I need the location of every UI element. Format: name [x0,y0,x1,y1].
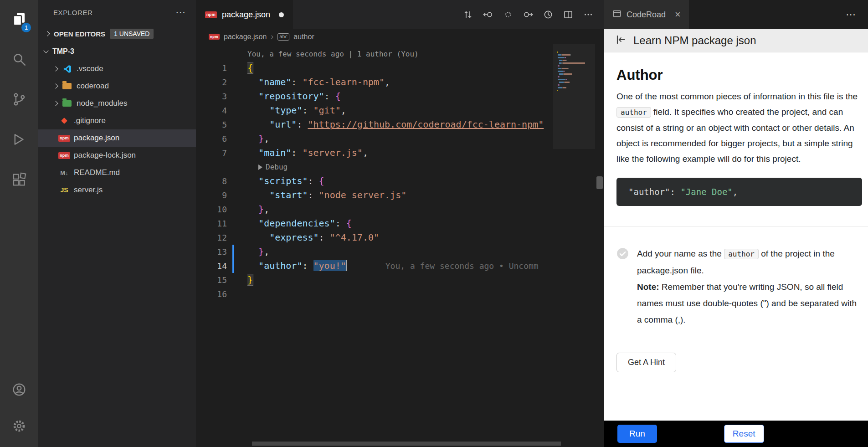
code-line-13[interactable]: 13 }, [196,245,553,259]
code-line-5[interactable]: 5 "url": "https://github.com/coderoad/fc… [196,118,553,132]
codelens[interactable]: Debug [196,160,553,174]
preview-icon [612,9,622,21]
vscode-window: 1 EXPLORER ⋯ OPEN EDITORS 1 UNSAVED TMP-… [0,0,868,447]
code-line-9[interactable]: 9 "start": "node server.js" [196,188,553,202]
file-item-package-lock.json[interactable]: npmpackage-lock.json [38,147,196,164]
minimap[interactable] [553,44,595,447]
code-line-6[interactable]: 6 }, [196,132,553,146]
more-actions-icon[interactable]: ⋯ [846,9,868,21]
line-number: 9 [196,188,227,202]
activity-search[interactable] [0,40,38,80]
nav-back-icon[interactable] [481,7,495,22]
open-editors-label: OPEN EDITORS [54,30,105,38]
code-line-11[interactable]: 11 "dependencies": { [196,216,553,231]
activity-extensions[interactable] [0,160,38,200]
unsaved-dot-icon[interactable] [279,12,284,17]
extensions-icon [11,172,27,189]
more-actions-icon[interactable]: ⋯ [175,6,186,18]
breadcrumb-separator: › [271,32,273,41]
split-editor-icon[interactable] [561,7,575,22]
record-icon[interactable] [501,7,515,22]
task-check-icon [616,247,629,262]
file-name: .vscode [77,64,103,73]
open-editors-section[interactable]: OPEN EDITORS 1 UNSAVED [38,25,196,43]
tab-coderoad[interactable]: CodeRoad × [604,0,689,29]
line-number: 10 [196,202,227,216]
file-item-package.json[interactable]: npmpackage.json [38,129,196,147]
code-line-10[interactable]: 10 }, [196,202,553,216]
account-icon [11,382,27,399]
file-item-coderoad[interactable]: coderoad [38,77,196,95]
activity-bar: 1 [0,0,38,447]
git-icon [59,117,70,125]
workspace-root[interactable]: TMP-3 [38,43,196,60]
task-line: Note: Remember that you're writing JSON,… [637,279,862,328]
minimap-slider[interactable] [553,44,595,149]
codelens[interactable]: You, a few seconds ago | 1 author (You) [196,47,553,61]
inline-code: author [724,249,759,259]
chevron-right-icon [45,31,50,36]
line-number: 14 [196,259,227,273]
code-line-14[interactable]: 14 "author": "you!"You, a few seconds ag… [196,259,553,273]
code-line-1[interactable]: 1{ [196,61,553,75]
reset-button[interactable]: Reset [724,425,764,443]
file-item-.gitignore[interactable]: .gitignore [38,112,196,129]
coderoad-panel: CodeRoad × ⋯ Learn NPM package json Auth… [604,0,868,447]
npm-icon: npm [205,11,217,18]
activity-explorer[interactable]: 1 [0,0,38,40]
task-text: Add your name as the author of the proje… [637,246,862,328]
inline-code: author [616,107,651,118]
file-item-.vscode[interactable]: .vscode [38,60,196,77]
inline-blame: You, a few seconds ago • Uncomm [385,261,539,271]
activity-source-control[interactable] [0,80,38,120]
activity-run-debug[interactable] [0,120,38,160]
history-icon[interactable] [541,7,555,22]
run-button[interactable]: Run [617,425,657,443]
breadcrumb-file[interactable]: package.json [224,33,267,41]
activity-account[interactable] [0,372,38,409]
file-item-server.js[interactable]: JSserver.js [38,181,196,199]
vertical-scrollbar[interactable] [595,44,604,447]
npm-icon: npm [59,135,70,142]
code-editor[interactable]: You, a few seconds ago | 1 author (You)1… [196,44,553,447]
workspace-root-label: TMP-3 [52,47,74,56]
code-line-16[interactable]: 16 [196,287,553,301]
code-line-15[interactable]: 15} [196,273,553,287]
example-code-block: "author": "Jane Doe", [616,178,862,206]
js-icon: JS [59,186,70,194]
run-debug-icon [11,132,27,149]
code-line-7[interactable]: 7 "main": "server.js", [196,146,553,160]
code-line-12[interactable]: 12 "express": "^4.17.0" [196,231,553,245]
unsaved-badge: 1 UNSAVED [110,29,154,39]
get-hint-button[interactable]: Get A Hint [616,353,676,372]
chevron-right-icon [53,83,58,88]
line-number: 12 [196,231,227,245]
more-actions-icon[interactable] [581,7,596,22]
tab-package-json[interactable]: npm package.json [196,0,293,29]
npm-icon: npm [209,34,220,40]
nav-forward-icon[interactable] [521,7,535,22]
line-number: 13 [196,245,227,259]
line-number: 16 [196,287,227,301]
file-name: .gitignore [74,116,106,125]
breadcrumb: npm package.json › abc author [196,29,604,44]
file-name: package-lock.json [74,151,136,160]
modified-gutter-indicator [232,259,234,273]
coderoad-header: Learn NPM package json [604,29,868,52]
file-name: package.json [74,134,119,143]
code-line-8[interactable]: 8 "scripts": { [196,174,553,188]
close-icon[interactable]: × [675,10,681,20]
code-line-2[interactable]: 2 "name": "fcc-learn-npm", [196,75,553,89]
back-icon[interactable] [615,34,627,47]
git-compare-icon[interactable] [461,7,475,22]
scrollbar-handle[interactable] [596,176,603,189]
folder-icon [62,83,72,89]
horizontal-scrollbar[interactable] [252,442,561,446]
code-line-4[interactable]: 4 "type": "git", [196,103,553,118]
code-line-3[interactable]: 3 "repository": { [196,89,553,103]
file-item-node_modules[interactable]: node_modules [38,95,196,112]
file-name: node_modules [77,99,128,108]
breadcrumb-symbol[interactable]: author [293,33,314,41]
file-item-README.md[interactable]: M↓README.md [38,164,196,181]
activity-settings-gear[interactable] [0,409,38,445]
